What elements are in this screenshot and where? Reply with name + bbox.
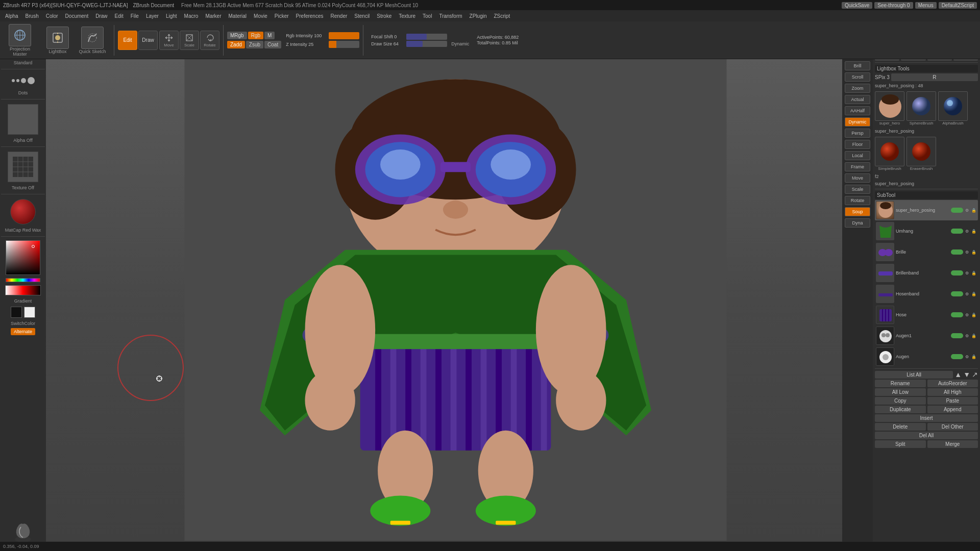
- alternate-btn[interactable]: Alternate: [11, 328, 35, 335]
- subtool-lock-2[interactable]: 🔒: [971, 249, 977, 255]
- insert-btn[interactable]: Insert: [875, 414, 978, 422]
- subtool-icon-4[interactable]: ⚙: [965, 291, 969, 297]
- menu-render[interactable]: Render: [329, 13, 350, 19]
- menu-tool[interactable]: Tool: [421, 13, 434, 19]
- copy-btn[interactable]: Copy: [875, 397, 926, 405]
- subtool-toggle-4[interactable]: [951, 291, 963, 296]
- texture-box[interactable]: [8, 152, 38, 182]
- move-btn[interactable]: Move: [159, 31, 179, 50]
- subtool-item-0[interactable]: super_hero_posing ⚙ 🔒: [875, 200, 978, 220]
- local-btn[interactable]: Local: [845, 151, 870, 160]
- eraser-brush-item[interactable]: EraserBrush: [906, 137, 936, 171]
- move-cam-btn[interactable]: Move: [845, 173, 870, 183]
- subtool-lock-0[interactable]: 🔒: [971, 208, 977, 213]
- paste-btn[interactable]: Paste: [927, 397, 978, 405]
- brush-item-2[interactable]: SphereBrush: [906, 91, 936, 126]
- subtool-icon-5[interactable]: ⚙: [965, 312, 969, 318]
- menus-btn[interactable]: Menus: [915, 2, 937, 9]
- white-swatch[interactable]: [24, 307, 35, 318]
- menu-zplugin[interactable]: ZPlugin: [468, 13, 489, 19]
- alpha-box[interactable]: [8, 104, 38, 135]
- append-btn[interactable]: Append: [927, 406, 978, 413]
- subtool-icon-2[interactable]: ⚙: [965, 249, 969, 255]
- draw-btn[interactable]: Draw: [138, 31, 158, 50]
- subtool-icon-7[interactable]: ⚙: [965, 354, 969, 360]
- frame-btn[interactable]: Frame: [845, 162, 870, 171]
- menu-light[interactable]: Light: [164, 13, 179, 19]
- zscript-btn[interactable]: DefaultZScript: [939, 2, 977, 9]
- menu-stroke[interactable]: Stroke: [375, 13, 394, 19]
- menu-transform[interactable]: Transform: [437, 13, 464, 19]
- viewport[interactable]: [46, 59, 865, 541]
- projection-master-btn[interactable]: Projection Master: [2, 24, 38, 57]
- subtool-toggle-2[interactable]: [951, 249, 963, 255]
- del-other-btn[interactable]: Del Other: [927, 423, 978, 431]
- auto-reorder-btn[interactable]: AutoReorder: [927, 380, 978, 387]
- spix-r-btn[interactable]: R: [891, 73, 978, 81]
- menu-macro[interactable]: Macro: [182, 13, 201, 19]
- color-picker[interactable]: [6, 240, 40, 275]
- soup-btn[interactable]: Soup: [845, 207, 870, 216]
- hue-bar[interactable]: [6, 278, 40, 282]
- dynamic-label[interactable]: Dynamic: [449, 41, 471, 47]
- menu-document[interactable]: Document: [63, 13, 91, 19]
- all-high-btn[interactable]: All High: [927, 388, 978, 396]
- gradient-block[interactable]: [5, 285, 41, 295]
- subtool-item-2[interactable]: Brille ⚙ 🔒: [875, 242, 978, 262]
- all-low-btn[interactable]: All Low: [875, 388, 926, 396]
- dynamic2-btn[interactable]: Dyna: [845, 218, 870, 228]
- subtool-toggle-5[interactable]: [951, 312, 963, 317]
- delete-btn[interactable]: Delete: [875, 423, 926, 431]
- menu-brush[interactable]: Brush: [23, 13, 41, 19]
- menu-movie[interactable]: Movie: [252, 13, 270, 19]
- menu-texture[interactable]: Texture: [397, 13, 418, 19]
- subtool-toggle-7[interactable]: [951, 354, 963, 359]
- subtool-toggle-1[interactable]: [951, 229, 963, 234]
- edit-btn[interactable]: Edit: [118, 31, 137, 50]
- simple-brush-item[interactable]: SimpleBrush: [875, 137, 904, 171]
- quicksave-btn[interactable]: QuickSave: [842, 2, 872, 9]
- list-insert-btn[interactable]: ↗: [972, 370, 978, 379]
- subtool-lock-6[interactable]: 🔒: [971, 333, 977, 339]
- subtool-lock-3[interactable]: 🔒: [971, 270, 977, 276]
- focal-shift-slider[interactable]: [406, 34, 447, 40]
- floor-btn[interactable]: Floor: [845, 140, 870, 149]
- menu-draw[interactable]: Draw: [93, 13, 109, 19]
- rename-btn[interactable]: Rename: [875, 380, 926, 387]
- brush-item-1[interactable]: super_hero: [875, 91, 904, 126]
- subtool-item-4[interactable]: Hosenband ⚙ 🔒: [875, 284, 978, 304]
- material-swatch[interactable]: [10, 199, 36, 224]
- actual-btn[interactable]: Actual: [845, 95, 870, 104]
- subtool-icon-6[interactable]: ⚙: [965, 333, 969, 339]
- subtool-icon-3[interactable]: ⚙: [965, 270, 969, 276]
- lightbox-btn[interactable]: LightBox: [42, 27, 73, 54]
- z-intensity-slider[interactable]: [329, 41, 359, 48]
- quicksketch-btn[interactable]: Quick Sketch: [75, 27, 110, 54]
- mrgb-btn[interactable]: MRgb: [227, 32, 247, 39]
- menu-alpha[interactable]: Alpha: [3, 13, 20, 19]
- zoom-btn[interactable]: Zoom: [845, 84, 870, 93]
- menu-layer[interactable]: Layer: [144, 13, 161, 19]
- list-all-btn[interactable]: List All: [875, 371, 953, 379]
- coat-btn[interactable]: Coat: [264, 41, 281, 48]
- del-all-btn[interactable]: Del All: [875, 432, 978, 439]
- black-swatch[interactable]: [11, 307, 22, 318]
- list-up-btn[interactable]: ▲: [954, 370, 962, 379]
- scale-cam-btn[interactable]: Scale: [845, 185, 870, 194]
- subtool-item-3[interactable]: Brillenband ⚙ 🔒: [875, 263, 978, 283]
- menu-file[interactable]: File: [129, 13, 141, 19]
- subtool-toggle-0[interactable]: [951, 208, 963, 213]
- see-through-btn[interactable]: See-through 0: [874, 2, 913, 9]
- subtool-item-6[interactable]: Augen1 ⚙ 🔒: [875, 325, 978, 346]
- subtool-item-1[interactable]: Umhang ⚙ 🔒: [875, 221, 978, 241]
- rotate-cam-btn[interactable]: Rotate: [845, 196, 870, 205]
- subtool-toggle-3[interactable]: [951, 270, 963, 276]
- rotate-btn[interactable]: Rotate: [200, 31, 219, 50]
- menu-marker[interactable]: Marker: [203, 13, 223, 19]
- subtool-toggle-6[interactable]: [951, 333, 963, 338]
- merge-btn[interactable]: Merge: [927, 440, 978, 448]
- persp-btn[interactable]: Persp: [845, 129, 870, 138]
- draw-size-slider[interactable]: [406, 41, 447, 47]
- dynamic-btn[interactable]: Dynamic: [845, 117, 870, 127]
- zadd-btn[interactable]: Zadd: [227, 41, 245, 48]
